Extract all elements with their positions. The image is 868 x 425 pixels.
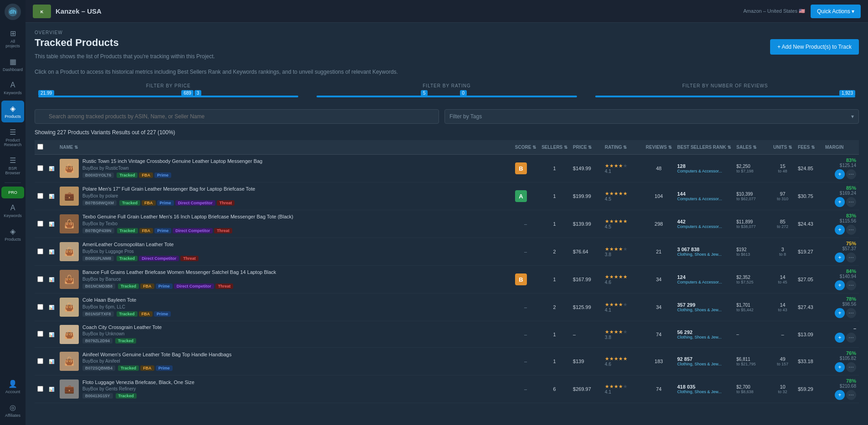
th-score[interactable]: SCORE ⇅ bbox=[512, 140, 539, 155]
pro-keywords-icon: A bbox=[10, 204, 15, 212]
row-checkbox-7[interactable] bbox=[37, 331, 43, 337]
topbar: K Kanzek – USA Amazon – United States 🇺🇸… bbox=[26, 0, 868, 23]
td-product[interactable]: 👜 Texbo Genuine Full Grain Leather Men's… bbox=[57, 210, 512, 238]
action-add-button-9[interactable]: + bbox=[835, 390, 845, 400]
action-add-button-7[interactable]: + bbox=[835, 333, 845, 343]
margin-percent: – bbox=[825, 326, 856, 331]
sales-from: $192 bbox=[736, 247, 767, 252]
units-from: 97 bbox=[773, 191, 792, 197]
row-checkbox-6[interactable] bbox=[37, 304, 43, 310]
overview-label: OVERVIEW bbox=[35, 30, 398, 35]
product-tags: B072SQBMB4 TrackedFBAPrime bbox=[82, 365, 510, 372]
td-product[interactable]: 👜 Cole Haan Bayleen Tote BuyBox by 6pm, … bbox=[57, 293, 512, 321]
sidebar-item-product-research[interactable]: ☰ Product Research bbox=[1, 124, 24, 151]
th-reviews[interactable]: REVIEWS ⇅ bbox=[643, 140, 674, 155]
action-add-button-1[interactable]: + bbox=[835, 169, 845, 179]
action-add-button-5[interactable]: + bbox=[835, 280, 845, 290]
td-product[interactable]: 💼 Polare Men's 17" Full Grain Leather Me… bbox=[57, 182, 512, 210]
action-more-button-1[interactable]: ⋯ bbox=[846, 169, 856, 179]
sidebar-item-all-projects[interactable]: ⊞ All projects bbox=[1, 25, 24, 52]
tag-fba: FBA bbox=[140, 365, 154, 371]
score-badge: B bbox=[515, 162, 527, 174]
action-more-button-5[interactable]: ⋯ bbox=[846, 280, 856, 290]
th-fees[interactable]: FEES ⇅ bbox=[795, 140, 822, 155]
results-summary: Showing 227 Products Variants Results ou… bbox=[35, 129, 859, 136]
search-input[interactable] bbox=[35, 109, 439, 124]
action-add-button-3[interactable]: + bbox=[835, 225, 845, 235]
sidebar-item-bsr-browser[interactable]: ☰ BSR Browser bbox=[1, 152, 24, 179]
sidebar-label-keywords: Keywords bbox=[4, 91, 22, 95]
action-more-button-9[interactable]: ⋯ bbox=[846, 390, 856, 400]
th-bsr[interactable]: BEST SELLERS RANK ⇅ bbox=[674, 140, 734, 155]
td-rating: ★★★★★ 4.6 bbox=[602, 348, 643, 375]
product-name: Banuce Full Grains Leather Briefcase Wom… bbox=[82, 269, 510, 275]
th-units[interactable]: UNITS ⇅ bbox=[770, 140, 795, 155]
td-margin: 78% $210.68 + ⋯ bbox=[822, 375, 859, 403]
margin-value: $105.82 bbox=[825, 356, 856, 361]
td-product[interactable]: 👜 Ainifeel Women's Genuine Leather Tote … bbox=[57, 348, 512, 375]
sales-from: $2,250 bbox=[736, 164, 767, 169]
td-product[interactable]: 👜 Coach City Crossgrain Leather Tote Buy… bbox=[57, 321, 512, 348]
row-checkbox-9[interactable] bbox=[37, 386, 43, 392]
td-score: – bbox=[512, 238, 539, 266]
sidebar-item-products[interactable]: ◈ Products bbox=[1, 101, 24, 122]
bsr-main: 418 035 bbox=[677, 384, 731, 390]
select-all-checkbox[interactable] bbox=[37, 144, 43, 150]
action-add-button-8[interactable]: + bbox=[835, 362, 845, 372]
td-product[interactable]: 👜 Rustic Town 15 inch Vintage Crossbody … bbox=[57, 155, 512, 182]
action-add-button-4[interactable]: + bbox=[835, 253, 845, 263]
account-icon: 👤 bbox=[8, 379, 17, 388]
add-products-button[interactable]: + Add New Product(s) to Track bbox=[770, 39, 859, 55]
asin-tag: B01NCMD3B8 bbox=[82, 283, 115, 289]
th-margin[interactable]: MARGIN bbox=[822, 140, 859, 155]
tags-filter[interactable]: Filter by Tags ▾ bbox=[444, 109, 859, 124]
tag-prime: Prime bbox=[157, 200, 174, 206]
action-add-button-2[interactable]: + bbox=[835, 197, 845, 207]
row-checkbox-2[interactable] bbox=[37, 193, 43, 199]
td-product[interactable]: 💼 Floto Luggage Venezia Briefcase, Black… bbox=[57, 375, 512, 403]
sidebar-item-keywords[interactable]: A Keywords bbox=[1, 77, 24, 99]
sidebar-item-dashboard[interactable]: ▦ Dashboard bbox=[1, 54, 24, 76]
row-checkbox-4[interactable] bbox=[37, 248, 43, 254]
product-tags: B079ZL2D94 Tracked bbox=[82, 338, 510, 344]
td-score: – bbox=[512, 210, 539, 238]
margin-value: $140.94 bbox=[825, 274, 856, 279]
row-checkbox-3[interactable] bbox=[37, 221, 43, 227]
action-more-button-4[interactable]: ⋯ bbox=[846, 253, 856, 263]
product-thumb: 👜 bbox=[60, 270, 79, 289]
action-more-button-7[interactable]: ⋯ bbox=[846, 333, 856, 343]
tag-tracked: Tracked bbox=[117, 228, 138, 233]
row-checkbox-1[interactable] bbox=[37, 165, 43, 171]
quick-actions-button[interactable]: Quick Actions ▾ bbox=[811, 5, 861, 18]
action-more-button-8[interactable]: ⋯ bbox=[846, 362, 856, 372]
sales-from: $11,899 bbox=[736, 219, 767, 224]
td-trend: 📊 bbox=[46, 155, 57, 182]
action-more-button-6[interactable]: ⋯ bbox=[846, 308, 856, 318]
product-tags: B01NSFTXF8 TrackedFBAPrime bbox=[82, 311, 510, 318]
bsr-main: 124 bbox=[677, 274, 731, 280]
row-checkbox-5[interactable] bbox=[37, 276, 43, 282]
td-margin: 83% $125.14 + ⋯ bbox=[822, 155, 859, 182]
row-checkbox-8[interactable] bbox=[37, 358, 43, 364]
sales-from: – bbox=[736, 332, 767, 337]
td-product[interactable]: 👜 AmeriLeather Cosmopolitan Leather Tote… bbox=[57, 238, 512, 266]
td-score: A bbox=[512, 182, 539, 210]
td-units: 49 to 157 bbox=[770, 348, 795, 375]
sidebar-item-pro-keywords[interactable]: A Keywords bbox=[1, 200, 24, 222]
th-price[interactable]: PRICE ⇅ bbox=[570, 140, 602, 155]
action-more-button-2[interactable]: ⋯ bbox=[846, 197, 856, 207]
sidebar-item-affiliates[interactable]: ◎ Affiliates bbox=[1, 400, 24, 421]
td-product[interactable]: 👜 Banuce Full Grains Leather Briefcase W… bbox=[57, 266, 512, 293]
td-price: $76.64 bbox=[570, 238, 602, 266]
action-more-button-3[interactable]: ⋯ bbox=[846, 225, 856, 235]
sidebar-item-pro-products[interactable]: ◈ Products bbox=[1, 223, 24, 245]
th-sellers[interactable]: SELLERS ⇅ bbox=[539, 140, 570, 155]
action-add-button-6[interactable]: + bbox=[835, 308, 845, 318]
table-row: 📊 💼 Polare Men's 17" Full Grain Leather … bbox=[35, 182, 859, 210]
sidebar-item-account[interactable]: 👤 Account bbox=[1, 376, 24, 398]
th-sales[interactable]: SALES ⇅ bbox=[734, 140, 770, 155]
th-name[interactable]: NAME ⇅ bbox=[57, 140, 512, 155]
th-rating[interactable]: RATING ⇅ bbox=[602, 140, 643, 155]
units-from: – bbox=[773, 332, 792, 337]
td-units: – bbox=[770, 321, 795, 348]
